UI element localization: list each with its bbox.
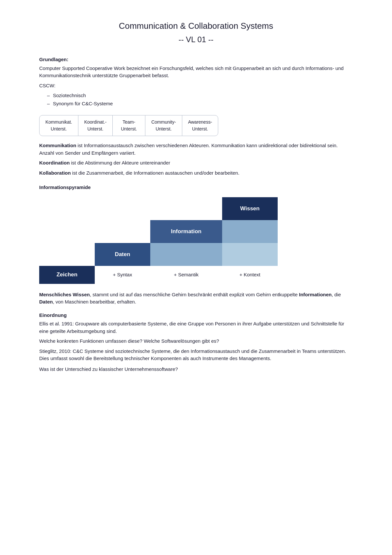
pyr-plus-syntax: + Syntax [95, 266, 150, 284]
cat-koordinat: Koordinat.- Unterst. [78, 115, 113, 136]
pyr-empty-r2c1 [39, 220, 95, 243]
kollaboration-def: Kollaboration ist die Zusammenarbeit, di… [39, 169, 353, 177]
cat-community: Community- Unterst. [145, 115, 182, 136]
cat-team: Team- Unterst. [113, 115, 145, 136]
einordnung-para2-q2: Stieglitz, 2010: C&C Systeme sind soziot… [39, 348, 353, 362]
pyr-empty-r1c3 [150, 197, 222, 220]
pyr-empty-r1c1 [39, 197, 95, 220]
koordination-bold: Koordination [39, 160, 70, 165]
kommunikation-bold: Kommunikation [39, 143, 76, 148]
einordnung-para2-q1: Welche konkreten Funktionen umfassen die… [39, 338, 353, 345]
pyr-empty-r1c2 [95, 197, 150, 220]
kommunikation-def: Kommunikation ist Informationsaustausch … [39, 142, 353, 157]
pyr-wissen: Wissen [222, 197, 278, 220]
koordination-def: Koordination ist die Abstimmung der Akte… [39, 159, 353, 167]
pyr-zeichen: Zeichen [39, 266, 95, 284]
pyr-information: Information [150, 220, 222, 243]
pyr-empty-r3c1 [39, 243, 95, 266]
pyr-daten: Daten [95, 243, 150, 266]
cat-awareness: Awareness- Unterst. [182, 115, 218, 136]
cscw-list: Soziotechnisch Synonym für C&C-Systeme [39, 92, 353, 107]
page-subtitle: -- VL 01 -- [39, 34, 353, 45]
page-title: Communication & Collaboration Systems [39, 20, 353, 32]
list-item: Soziotechnisch [47, 92, 353, 99]
pyr-lighter-r3c4 [222, 243, 278, 266]
kollaboration-bold: Kollaboration [39, 170, 71, 176]
einordnung-heading: Einordnung [39, 312, 353, 319]
pyr-empty-r2c2 [95, 220, 150, 243]
cscw-label: CSCW: [39, 82, 353, 90]
cat-kommunikat: Kommunikat. Unterst. [40, 115, 78, 136]
pyr-plus-semantik: + Semantik [150, 266, 222, 284]
pyr-plus-kontext: + Kontext [222, 266, 278, 284]
grundlagen-text: Computer Supported Cooperative Work beze… [39, 65, 353, 79]
pyr-light-r3c3 [150, 243, 222, 266]
einordnung-para1: Ellis et al. 1991: Groupware als compute… [39, 320, 353, 335]
wissen-description: Menschliches Wissen, stammt und ist auf … [39, 291, 353, 306]
categories-table: Kommunikat. Unterst. Koordinat.- Unterst… [39, 115, 218, 136]
pyr-light-r2c4 [222, 220, 278, 243]
list-item: Synonym für C&C-Systeme [47, 100, 353, 108]
grundlagen-heading: Grundlagen: [39, 56, 353, 63]
einordnung-para3: Was ist der Unterschied zu klassischer U… [39, 366, 353, 373]
pyramid-diagram: Wissen Information Daten Zeichen + Synta… [39, 197, 353, 284]
pyramid-heading: Informationspyramide [39, 184, 353, 191]
